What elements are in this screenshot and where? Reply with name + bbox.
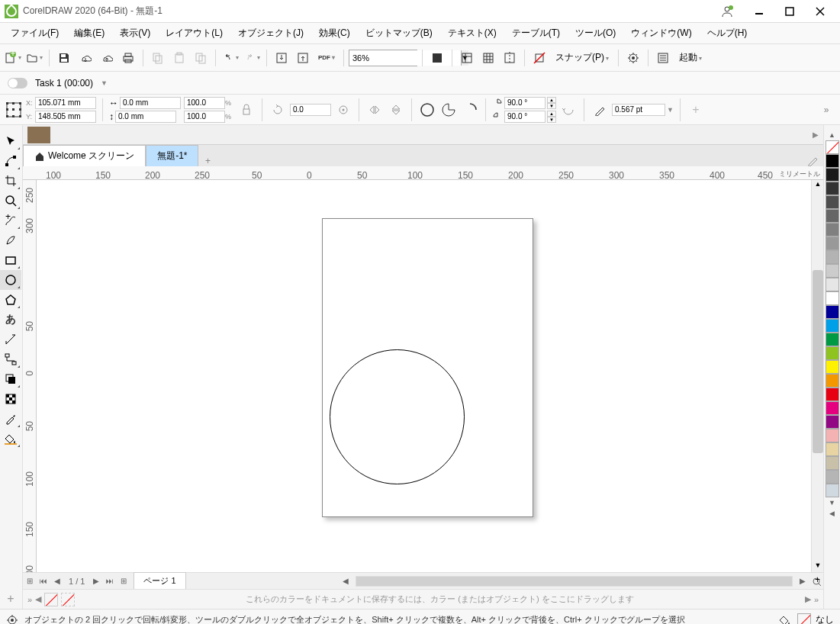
- direction-button[interactable]: [559, 101, 578, 119]
- rulers-button[interactable]: [457, 48, 477, 68]
- swatch[interactable]: [826, 360, 839, 374]
- rotation-input[interactable]: 0.0: [290, 104, 331, 116]
- horizontal-scrollbar[interactable]: [356, 576, 793, 587]
- record-toggle[interactable]: [8, 78, 27, 88]
- swatch[interactable]: [826, 319, 839, 333]
- import-button[interactable]: [272, 48, 291, 68]
- zoom-level-input[interactable]: ▼: [349, 50, 417, 66]
- launch-dropdown[interactable]: 起動: [674, 51, 706, 64]
- crop-tool[interactable]: [0, 171, 21, 191]
- rotation-center-button[interactable]: [334, 101, 352, 119]
- minimize-button[interactable]: [744, 1, 774, 22]
- clone-button[interactable]: [191, 48, 211, 68]
- menu-layout[interactable]: レイアウト(L): [158, 24, 230, 43]
- paste-button[interactable]: [169, 48, 189, 68]
- swatch[interactable]: [826, 209, 839, 223]
- add-page-after-button[interactable]: ⊞: [117, 574, 130, 588]
- swatch[interactable]: [826, 442, 839, 456]
- menu-bitmap[interactable]: ビットマップ(B): [358, 24, 440, 43]
- menu-file[interactable]: ファイル(F): [3, 24, 66, 43]
- rectangle-tool[interactable]: [0, 250, 21, 270]
- fill-indicator-icon[interactable]: [777, 614, 793, 625]
- next-page-button[interactable]: ▶: [89, 574, 103, 588]
- copy-button[interactable]: [148, 48, 168, 68]
- swatch[interactable]: [826, 236, 839, 250]
- x-position-input[interactable]: 105.071 mm: [35, 97, 96, 109]
- swatch[interactable]: [826, 484, 839, 497]
- menu-text[interactable]: テキスト(X): [440, 24, 504, 43]
- menu-view[interactable]: 表示(V): [112, 24, 158, 43]
- menu-effects[interactable]: 効果(C): [311, 24, 358, 43]
- swatch[interactable]: [826, 374, 839, 388]
- grid-button[interactable]: [478, 48, 498, 68]
- cloud-upload-button[interactable]: [97, 48, 117, 68]
- maximize-button[interactable]: [774, 1, 805, 22]
- page-tab[interactable]: ページ 1: [134, 572, 185, 590]
- ellipse-object[interactable]: [330, 349, 465, 484]
- close-button[interactable]: [805, 1, 835, 22]
- swatch[interactable]: [826, 346, 839, 360]
- no-color-swatch[interactable]: [44, 593, 58, 606]
- open-button[interactable]: [24, 48, 44, 68]
- palette-right-icon[interactable]: ▶: [805, 594, 811, 604]
- save-button[interactable]: [54, 48, 74, 68]
- zoom-tool[interactable]: [0, 191, 21, 211]
- parallel-dimension-tool[interactable]: [0, 330, 21, 349]
- tab-welcome[interactable]: Welcome スクリーン: [23, 145, 146, 166]
- end-angle-input[interactable]: 90.0 °: [504, 111, 546, 123]
- fullscreen-button[interactable]: [427, 48, 447, 68]
- swatch[interactable]: [826, 401, 839, 415]
- first-page-button[interactable]: ⏮: [37, 574, 50, 588]
- scroll-thumb[interactable]: [813, 270, 823, 453]
- menu-window[interactable]: ウィンドウ(W): [623, 24, 699, 43]
- transparency-tool[interactable]: [0, 389, 21, 409]
- horizontal-ruler[interactable]: 100 150 200 250 50 0 50 100 150 200 250 …: [23, 166, 823, 180]
- snap-off-button[interactable]: [529, 48, 549, 68]
- menu-tools[interactable]: ツール(O): [568, 24, 623, 43]
- swatch[interactable]: [826, 333, 839, 346]
- scroll-down-icon[interactable]: ▼: [813, 561, 823, 572]
- shape-tool[interactable]: [0, 151, 21, 171]
- pen-tool-icon[interactable]: [802, 154, 823, 166]
- start-angle-input[interactable]: 90.0 °: [504, 97, 546, 109]
- publish-pdf-button[interactable]: PDF: [314, 48, 339, 68]
- menu-object[interactable]: オブジェクト(J): [230, 24, 311, 43]
- prev-page-button[interactable]: ◀: [50, 574, 64, 588]
- swatch[interactable]: [826, 154, 839, 168]
- new-button[interactable]: +: [3, 48, 23, 68]
- lock-ratio-button[interactable]: [237, 101, 256, 119]
- outline-width-input[interactable]: 0.567 pt: [612, 104, 665, 116]
- swatch[interactable]: [826, 250, 839, 264]
- guidelines-button[interactable]: [500, 48, 520, 68]
- panel-expand-icon[interactable]: ▶: [808, 130, 823, 139]
- palette-down-icon[interactable]: ▼: [829, 499, 835, 507]
- pick-tool[interactable]: [0, 131, 21, 151]
- canvas[interactable]: [37, 180, 811, 572]
- swatch[interactable]: [826, 264, 839, 278]
- hscroll-left-icon[interactable]: ◀: [339, 574, 352, 588]
- add-tool-button[interactable]: +: [0, 589, 21, 609]
- tab-document[interactable]: 無題-1*: [146, 145, 198, 166]
- width-input[interactable]: 0.0 mm: [120, 97, 181, 109]
- swatch[interactable]: [826, 415, 839, 429]
- swatch[interactable]: [826, 182, 839, 195]
- launch-icon[interactable]: [653, 48, 673, 68]
- eyedropper-tool[interactable]: [0, 409, 21, 429]
- menu-table[interactable]: テーブル(T): [504, 24, 568, 43]
- print-button[interactable]: [118, 48, 138, 68]
- snap-to-dropdown[interactable]: スナップ(P): [551, 51, 613, 64]
- swatch[interactable]: [826, 470, 839, 484]
- pie-button[interactable]: [439, 101, 458, 119]
- swatch[interactable]: [826, 223, 839, 236]
- swatch[interactable]: [826, 456, 839, 470]
- swatch[interactable]: [826, 305, 839, 319]
- redo-button[interactable]: [242, 48, 262, 68]
- freehand-tool[interactable]: +: [0, 211, 21, 230]
- connector-tool[interactable]: [0, 349, 21, 369]
- scale-y-input[interactable]: 100.0: [184, 111, 225, 123]
- palette-expand-icon[interactable]: »: [27, 595, 32, 604]
- navigator-button[interactable]: +: [809, 574, 823, 588]
- fill-swatch[interactable]: [797, 613, 811, 625]
- arc-button[interactable]: [461, 101, 479, 119]
- palette-left-icon[interactable]: ◀: [35, 594, 41, 604]
